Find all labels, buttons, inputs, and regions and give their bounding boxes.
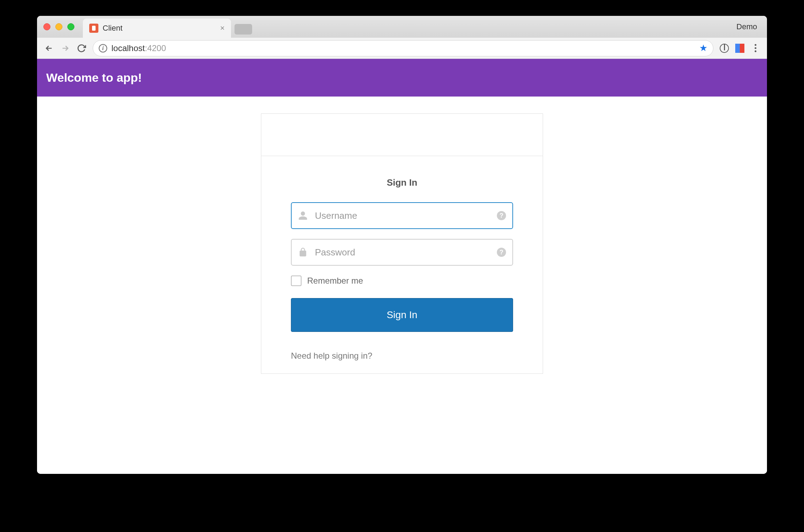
browser-menu-icon[interactable] — [751, 44, 760, 52]
password-help-icon[interactable]: ? — [497, 248, 506, 257]
username-input[interactable] — [291, 202, 513, 229]
extension-color-icon[interactable] — [735, 44, 744, 53]
password-input[interactable] — [291, 239, 513, 266]
new-tab-button[interactable] — [234, 24, 252, 35]
card-logo-area — [261, 114, 543, 156]
help-signin-link[interactable]: Need help signing in? — [291, 351, 372, 361]
remember-me-row: Remember me — [291, 276, 513, 286]
signin-form: Sign In ? ? — [261, 156, 543, 373]
close-tab-icon[interactable]: × — [220, 24, 225, 33]
app-header: Welcome to app! — [37, 59, 767, 97]
profile-label[interactable]: Demo — [736, 22, 761, 31]
minimize-window-icon[interactable] — [55, 23, 62, 30]
close-window-icon[interactable] — [43, 23, 50, 30]
back-button[interactable] — [44, 43, 54, 53]
site-info-icon[interactable]: i — [99, 44, 107, 52]
extension-info-icon[interactable] — [720, 44, 729, 53]
user-icon — [298, 211, 308, 221]
browser-toolbar: i localhost:4200 ★ — [37, 38, 767, 59]
password-field-wrapper: ? — [291, 239, 513, 266]
page-body: Sign In ? ? — [37, 97, 767, 391]
forward-button[interactable] — [60, 43, 70, 53]
form-title: Sign In — [291, 177, 513, 188]
page-content: Welcome to app! Sign In ? — [37, 59, 767, 474]
browser-window: Client × Demo i localhost:4200 ★ Welcome… — [37, 16, 767, 474]
tab-title: Client — [103, 24, 216, 33]
maximize-window-icon[interactable] — [67, 23, 74, 30]
signin-button[interactable]: Sign In — [291, 298, 513, 332]
page-title: Welcome to app! — [46, 71, 142, 84]
remember-me-label[interactable]: Remember me — [307, 276, 363, 286]
url-text: localhost:4200 — [111, 43, 166, 53]
url-port: :4200 — [145, 43, 166, 53]
remember-me-checkbox[interactable] — [291, 276, 302, 286]
bookmark-star-icon[interactable]: ★ — [699, 43, 707, 54]
reload-button[interactable] — [77, 43, 86, 53]
favicon-icon — [89, 24, 98, 33]
url-host: localhost — [111, 43, 145, 53]
username-field-wrapper: ? — [291, 202, 513, 229]
window-controls — [43, 23, 74, 30]
address-bar[interactable]: i localhost:4200 ★ — [93, 40, 713, 56]
lock-icon — [298, 247, 308, 257]
browser-tab-bar: Client × Demo — [37, 16, 767, 38]
browser-tab[interactable]: Client × — [83, 19, 231, 38]
signin-card: Sign In ? ? — [261, 113, 543, 374]
username-help-icon[interactable]: ? — [497, 211, 506, 220]
